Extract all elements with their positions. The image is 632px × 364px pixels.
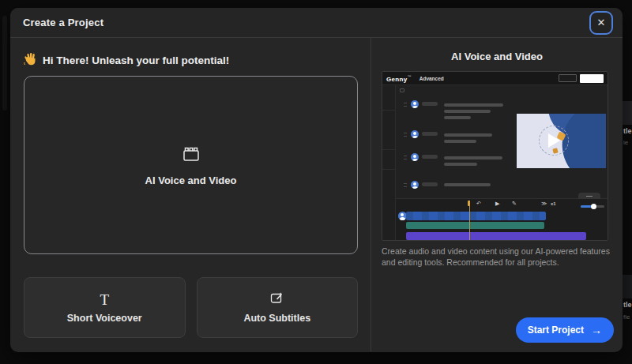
background-card-thumbnail <box>623 101 632 125</box>
voice-name-pill <box>422 182 438 186</box>
speaker-avatar <box>411 153 419 161</box>
placeholder-bar <box>444 103 503 107</box>
preview-nav-advanced: Advanced <box>419 76 444 81</box>
preview-outline-button <box>559 74 577 82</box>
drag-handle <box>404 183 407 187</box>
genny-logo: Genny™ <box>386 74 412 83</box>
timeline-collapse-handle <box>578 193 600 199</box>
placeholder-bar <box>444 183 491 186</box>
drag-handle <box>404 156 407 159</box>
drag-handle <box>404 133 407 137</box>
music-track <box>406 222 544 229</box>
background-card-title-fragment: tle <box>623 301 632 309</box>
auto-subtitles-label: Auto Subtitles <box>243 313 310 324</box>
drag-handle <box>404 103 407 107</box>
rail-separator <box>382 149 395 150</box>
auto-subtitles-card[interactable]: Auto Subtitles <box>197 277 359 338</box>
play-icon: ▶ <box>495 201 499 206</box>
start-project-button[interactable]: Start Project → <box>516 317 614 343</box>
close-button[interactable]: ✕ <box>589 11 613 35</box>
placeholder-bar <box>444 163 477 166</box>
right-pane-heading: AI Voice and Video <box>382 51 612 63</box>
speaker-avatar <box>411 181 419 189</box>
background-edge-highlight <box>2 16 7 111</box>
preview-toolbar-icon <box>400 88 404 92</box>
preview-video-player <box>517 114 606 168</box>
skip-icon: ≫ <box>541 201 547 206</box>
playback-rate-label: x1 <box>551 201 556 206</box>
zoom-slider <box>581 205 604 208</box>
playhead-marker <box>468 201 470 206</box>
background-card-subtitle-fragment: fie <box>623 313 630 321</box>
close-icon: ✕ <box>597 17 606 28</box>
undo-icon: ↶ <box>476 201 481 206</box>
placeholder-bar <box>444 110 491 113</box>
create-project-modal: Create a Project ✕ <box>10 8 623 352</box>
right-pane: AI Voice and Video Genny™ Advanced <box>371 38 623 351</box>
collapse-dash-icon <box>586 196 592 197</box>
preview-white-button <box>580 74 604 83</box>
placeholder-bar <box>444 116 471 119</box>
rail-separator <box>382 110 395 111</box>
app-screen: tle ie tle fie Create a Project ✕ <box>0 0 632 364</box>
playhead <box>469 201 470 241</box>
speaker-avatar <box>411 130 419 138</box>
voice-name-pill <box>422 155 438 159</box>
project-description: Create audio and video content using our… <box>382 246 612 268</box>
clapperboard-icon <box>181 144 201 165</box>
play-icon <box>548 133 560 148</box>
rail-separator <box>382 169 395 170</box>
speaker-avatar <box>411 100 419 108</box>
short-voiceover-label: Short Voiceover <box>67 313 142 324</box>
greeting: Hi There! Unleash your full potential! <box>24 52 358 68</box>
left-pane: Hi There! Unleash your full potential! A… <box>10 38 371 351</box>
arrow-right-icon: → <box>591 324 602 336</box>
wave-emoji-icon <box>24 52 37 69</box>
text-tool-icon: T <box>100 292 109 307</box>
secondary-cards-row: T Short Voiceover Auto Subtitles <box>24 277 358 338</box>
genny-app-preview-image: Genny™ Advanced <box>382 71 608 241</box>
preview-sidebar-rail <box>382 85 396 240</box>
voice-name-pill <box>422 102 438 106</box>
trademark-symbol: ™ <box>407 74 411 79</box>
background-card-title-fragment: tle <box>623 127 632 135</box>
placeholder-bar <box>444 156 502 159</box>
ai-voice-and-video-label: AI Voice and Video <box>145 174 237 186</box>
zoom-slider-knob <box>591 204 596 209</box>
edit-icon: ✎ <box>512 201 517 206</box>
video-track <box>406 232 586 240</box>
subtitle-edit-icon <box>270 291 284 307</box>
voice-track <box>406 212 546 220</box>
ai-voice-and-video-card[interactable]: AI Voice and Video <box>24 76 358 254</box>
start-project-label: Start Project <box>528 325 584 336</box>
preview-timeline: ↶ ▶ ✎ ≫ x1 <box>396 198 608 240</box>
modal-title: Create a Project <box>23 17 103 28</box>
voice-name-pill <box>422 132 438 136</box>
greeting-text: Hi There! Unleash your full potential! <box>43 54 229 66</box>
modal-header: Create a Project ✕ <box>10 8 623 38</box>
preview-topbar: Genny™ Advanced <box>382 72 608 85</box>
placeholder-bar <box>444 133 492 137</box>
background-card-subtitle-fragment: ie <box>623 139 628 146</box>
background-card-thumbnail <box>623 275 632 298</box>
short-voiceover-card[interactable]: T Short Voiceover <box>24 277 186 338</box>
modal-body: Hi There! Unleash your full potential! A… <box>10 38 623 351</box>
placeholder-bar <box>444 140 476 143</box>
